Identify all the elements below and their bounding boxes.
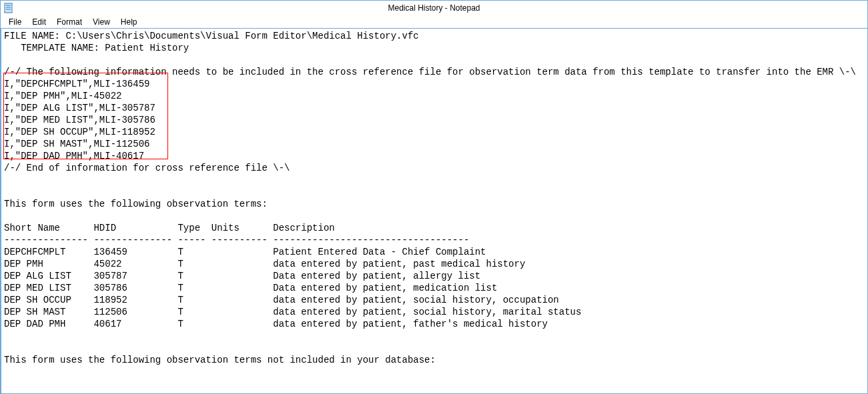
table-divider: --------------- -------------- ----- ---… (4, 235, 469, 245)
line-not-included: This form uses the following observation… (4, 355, 436, 365)
xref-line: I,"DEPCHFCMPLT",MLI-136459 (4, 79, 149, 89)
xref-line: I,"DEP PMH",MLI-45022 (4, 91, 121, 101)
menu-help[interactable]: Help (115, 16, 143, 28)
table-row: DEP ALG LIST 305787 T Data entered by pa… (4, 271, 480, 281)
table-header: Short Name HDID Type Units Description (4, 223, 335, 233)
xref-line: I,"DEP SH MAST",MLI-112506 (4, 139, 149, 149)
xref-line: I,"DEP MED LIST",MLI-305786 (4, 115, 155, 125)
window-title: Medical History - Notepad (388, 3, 480, 13)
line-filename: FILE NAME: C:\Users\Chris\Documents\Visu… (4, 31, 419, 41)
xref-line: I,"DEP DAD PMH",MLI-40617 (4, 151, 144, 161)
svg-rect-0 (5, 3, 12, 13)
titlebar[interactable]: Medical History - Notepad (1, 1, 867, 15)
menu-view[interactable]: View (87, 16, 115, 28)
notepad-icon (3, 3, 14, 13)
table-row: DEP SH OCCUP 118952 T data entered by pa… (4, 295, 559, 305)
table-row: DEP MED LIST 305786 T Data entered by pa… (4, 283, 497, 293)
xref-line: I,"DEP SH OCCUP",MLI-118952 (4, 127, 155, 137)
line-template: TEMPLATE NAME: Patient History (4, 43, 189, 53)
table-row: DEP PMH 45022 T data entered by patient,… (4, 259, 525, 269)
menubar: File Edit Format View Help (1, 15, 867, 29)
line-comment-open: /-/ The following information needs to b… (4, 67, 856, 77)
line-form-uses: This form uses the following observation… (4, 199, 268, 209)
text-area[interactable]: FILE NAME: C:\Users\Chris\Documents\Visu… (1, 29, 867, 393)
table-row: DEP SH MAST 112506 T data entered by pat… (4, 307, 581, 317)
table-row: DEP DAD PMH 40617 T data entered by pati… (4, 319, 548, 329)
menu-format[interactable]: Format (51, 16, 87, 28)
menu-file[interactable]: File (3, 16, 27, 28)
notepad-window: Medical History - Notepad File Edit Form… (0, 0, 868, 394)
line-comment-close: /-/ End of information for cross referen… (4, 163, 290, 173)
table-row: DEPCHFCMPLT 136459 T Patient Entered Dat… (4, 247, 486, 257)
menu-edit[interactable]: Edit (27, 16, 51, 28)
xref-line: I,"DEP ALG LIST",MLI-305787 (4, 103, 155, 113)
